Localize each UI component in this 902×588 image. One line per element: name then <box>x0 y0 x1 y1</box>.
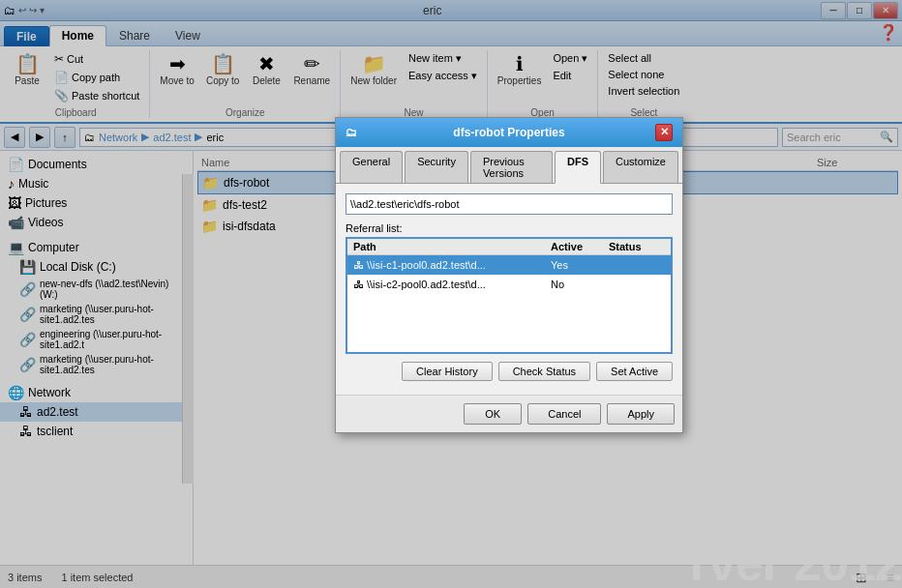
referral-path-2: 🖧 \\isi-c2-pool0.ad2.test\d... <box>347 277 545 292</box>
referral-icon-1: 🖧 <box>353 259 364 271</box>
modal-overlay: 🗂 dfs-robot Properties ✕ General Securit… <box>0 0 902 588</box>
ok-button[interactable]: OK <box>464 403 522 425</box>
col-active-header: Active <box>545 239 603 254</box>
modal-close-button[interactable]: ✕ <box>655 124 673 141</box>
modal-tab-previous-versions[interactable]: Previous Versions <box>470 151 553 183</box>
clear-history-button[interactable]: Clear History <box>402 362 493 381</box>
dfs-path-input[interactable] <box>346 193 673 215</box>
col-path-header: Path <box>347 239 545 254</box>
modal-icon: 🗂 <box>346 126 357 139</box>
modal-title-bar: 🗂 dfs-robot Properties ✕ <box>336 118 682 147</box>
referral-row-2[interactable]: 🖧 \\isi-c2-pool0.ad2.test\d... No <box>347 275 671 294</box>
modal-tab-security[interactable]: Security <box>405 151 468 183</box>
modal-body: Referral list: Path Active Status 🖧 \\is… <box>336 184 682 395</box>
check-status-button[interactable]: Check Status <box>498 362 590 381</box>
col-status-header: Status <box>603 239 671 254</box>
referral-table-header: Path Active Status <box>347 239 671 255</box>
modal-tab-customize[interactable]: Customize <box>603 151 678 183</box>
referral-active-2: No <box>545 277 603 292</box>
properties-dialog: 🗂 dfs-robot Properties ✕ General Securit… <box>335 117 683 433</box>
referral-table-body: 🖧 \\isi-c1-pool0.ad2.test\d... Yes 🖧 \\i… <box>347 255 671 352</box>
modal-tab-general[interactable]: General <box>340 151 403 183</box>
modal-action-buttons: Clear History Check Status Set Active <box>346 362 673 381</box>
referral-active-1: Yes <box>545 257 603 273</box>
referral-status-1 <box>603 257 671 273</box>
cancel-button[interactable]: Cancel <box>527 403 601 425</box>
referral-table: Path Active Status 🖧 \\isi-c1-pool0.ad2.… <box>346 237 673 354</box>
modal-tabs: General Security Previous Versions DFS C… <box>336 147 682 184</box>
modal-title: dfs-robot Properties <box>453 126 564 139</box>
modal-tab-dfs[interactable]: DFS <box>555 151 601 184</box>
referral-row-1[interactable]: 🖧 \\isi-c1-pool0.ad2.test\d... Yes <box>347 255 671 275</box>
modal-footer-buttons: OK Cancel Apply <box>336 395 682 432</box>
referral-list-label: Referral list: <box>346 222 673 234</box>
referral-status-2 <box>603 277 671 292</box>
set-active-button[interactable]: Set Active <box>596 362 673 381</box>
apply-button[interactable]: Apply <box>607 403 675 425</box>
referral-icon-2: 🖧 <box>353 279 364 290</box>
referral-path-1: 🖧 \\isi-c1-pool0.ad2.test\d... <box>347 257 545 273</box>
